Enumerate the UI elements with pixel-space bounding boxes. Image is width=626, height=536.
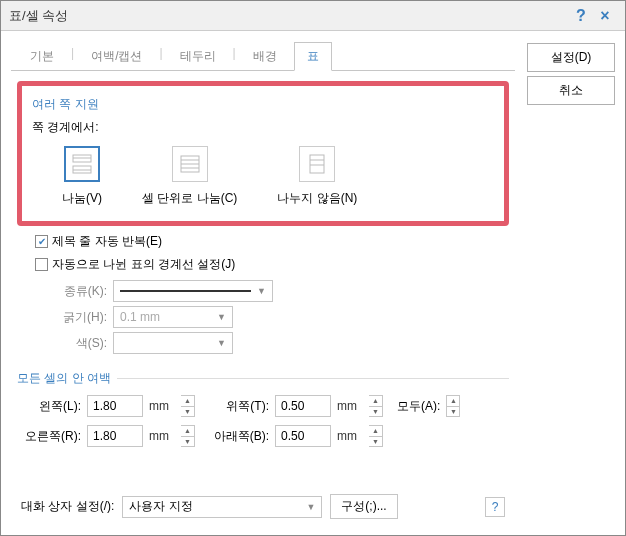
thickness-value: 0.1 mm — [120, 310, 160, 324]
repeat-header-checkbox[interactable]: ✔ — [35, 235, 48, 248]
repeat-header-label: 제목 줄 자동 반복(E) — [52, 233, 162, 250]
main-area: 기본 | 여백/캡션 | 테두리 | 배경 표 여러 쪽 지원 쪽 경계에서: — [11, 41, 515, 525]
tab-content: 여러 쪽 지원 쪽 경계에서: 나눔(V) — [11, 71, 515, 488]
split-cell-label: 셀 단위로 나눔(C) — [142, 190, 237, 207]
tab-margin-caption[interactable]: 여백/캡션 — [78, 42, 155, 71]
right-label: 오른쪽(R): — [21, 428, 81, 445]
chevron-down-icon: ▼ — [257, 286, 266, 296]
auto-border-row: 자동으로 나뉜 표의 경계선 설정(J) — [17, 253, 509, 276]
split-option-none: 나누지 않음(N) — [277, 146, 357, 207]
split-options: 나눔(V) 셀 단위로 나눔(C) 나누지 않음(N — [32, 146, 494, 207]
dlg-settings-dropdown[interactable]: 사용자 지정 ▼ — [122, 496, 322, 518]
svg-rect-8 — [310, 155, 324, 173]
footer: 대화 상자 설정(/): 사용자 지정 ▼ 구성(;)... ? — [11, 488, 515, 525]
chevron-down-icon: ▼ — [217, 312, 226, 322]
cell-margin-grid: 왼쪽(L): 1.80 mm ▲▼ 오른쪽(R): 1.80 mm ▲▼ — [17, 395, 509, 447]
set-button[interactable]: 설정(D) — [527, 43, 615, 72]
page-split-title: 여러 쪽 지원 — [32, 96, 494, 113]
right-spinner[interactable]: ▲▼ — [181, 425, 195, 447]
line-sample-icon — [120, 290, 251, 292]
color-dropdown[interactable]: ▼ — [113, 332, 233, 354]
split-none-label: 나누지 않음(N) — [277, 190, 357, 207]
chevron-down-icon: ▼ — [306, 502, 315, 512]
top-spinner[interactable]: ▲▼ — [369, 395, 383, 417]
tab-background[interactable]: 배경 — [240, 42, 290, 71]
left-input[interactable]: 1.80 — [87, 395, 143, 417]
all-label: 모두(A): — [397, 398, 440, 415]
bottom-label: 아래쪽(B): — [209, 428, 269, 445]
footer-help-button[interactable]: ? — [485, 497, 505, 517]
chevron-down-icon: ▼ — [217, 338, 226, 348]
help-icon[interactable]: ? — [569, 4, 593, 28]
side-buttons: 설정(D) 취소 — [527, 41, 615, 525]
bottom-input[interactable]: 0.50 — [275, 425, 331, 447]
color-label: 색(S): — [47, 335, 107, 352]
dialog-body: 기본 | 여백/캡션 | 테두리 | 배경 표 여러 쪽 지원 쪽 경계에서: — [1, 31, 625, 535]
tab-table[interactable]: 표 — [294, 42, 332, 71]
type-label: 종류(K): — [47, 283, 107, 300]
thickness-dropdown[interactable]: 0.1 mm ▼ — [113, 306, 233, 328]
left-label: 왼쪽(L): — [21, 398, 81, 415]
close-icon[interactable]: × — [593, 4, 617, 28]
auto-border-checkbox[interactable] — [35, 258, 48, 271]
dialog-title: 표/셀 속성 — [9, 7, 569, 25]
dialog: 표/셀 속성 ? × 기본 | 여백/캡션 | 테두리 | 배경 표 여러 쪽 … — [0, 0, 626, 536]
split-divide-icon[interactable] — [64, 146, 100, 182]
page-split-section: 여러 쪽 지원 쪽 경계에서: 나눔(V) — [17, 81, 509, 226]
page-boundary-label: 쪽 경계에서: — [32, 119, 494, 136]
titlebar: 표/셀 속성 ? × — [1, 1, 625, 31]
all-spinner[interactable]: ▲▼ — [446, 395, 460, 417]
dlg-settings-label: 대화 상자 설정(/): — [21, 498, 114, 515]
left-spinner[interactable]: ▲▼ — [181, 395, 195, 417]
border-form: 종류(K): ▼ 굵기(H): 0.1 mm ▼ — [17, 280, 509, 354]
split-option-cell: 셀 단위로 나눔(C) — [142, 146, 237, 207]
tab-strip: 기본 | 여백/캡션 | 테두리 | 배경 표 — [11, 41, 515, 71]
auto-border-label: 자동으로 나뉜 표의 경계선 설정(J) — [52, 256, 235, 273]
type-dropdown[interactable]: ▼ — [113, 280, 273, 302]
top-label: 위쪽(T): — [209, 398, 269, 415]
split-cell-icon[interactable] — [172, 146, 208, 182]
dlg-settings-value: 사용자 지정 — [129, 498, 192, 515]
compose-button[interactable]: 구성(;)... — [330, 494, 397, 519]
repeat-header-row: ✔ 제목 줄 자동 반복(E) — [17, 230, 509, 253]
right-input[interactable]: 1.80 — [87, 425, 143, 447]
split-option-divide: 나눔(V) — [62, 146, 102, 207]
split-divide-label: 나눔(V) — [62, 190, 102, 207]
cancel-button[interactable]: 취소 — [527, 76, 615, 105]
tab-border[interactable]: 테두리 — [167, 42, 229, 71]
split-none-icon[interactable] — [299, 146, 335, 182]
top-input[interactable]: 0.50 — [275, 395, 331, 417]
tab-basic[interactable]: 기본 — [17, 42, 67, 71]
bottom-spinner[interactable]: ▲▼ — [369, 425, 383, 447]
thickness-label: 굵기(H): — [47, 309, 107, 326]
cell-margin-title: 모든 셀의 안 여백 — [17, 370, 509, 387]
